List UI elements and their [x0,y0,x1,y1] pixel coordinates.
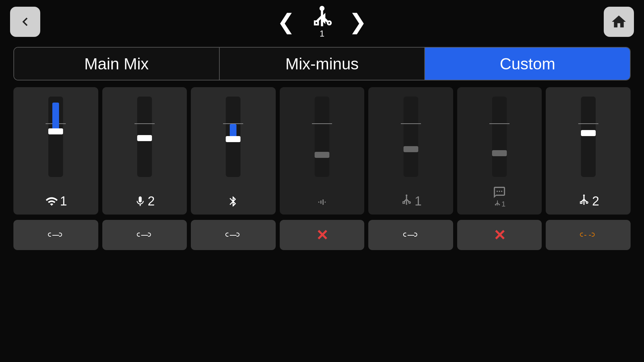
ch6-fader-handle[interactable] [492,150,507,156]
ch3-fader-fill [230,124,236,137]
ch6-link-button[interactable]: ✕ [457,220,542,250]
ch4-label [314,196,330,208]
ch3-fader-track[interactable] [226,97,240,177]
ch2-number: 2 [148,194,155,208]
svg-point-4 [328,21,331,24]
header-center: ❮ 1 ❯ [277,5,367,39]
svg-point-10 [409,201,411,203]
home-button[interactable] [604,7,634,37]
ch1-number: 1 [60,194,67,208]
svg-point-14 [501,191,502,192]
ch3-fader-handle[interactable] [226,136,240,142]
ch1-fader-fill [52,103,59,129]
ch7-link-broken-icon [580,230,597,240]
ch1-link-button[interactable] [13,220,98,250]
ch1-link-icon [48,230,64,240]
usb-sub-icon [493,200,501,208]
wifi-icon [45,195,59,208]
svg-point-19 [499,204,499,205]
ch3-fader-panel [191,93,276,193]
channel-6: 1 [457,87,542,215]
svg-rect-23 [580,201,582,203]
ch2-fader-handle[interactable] [137,135,152,141]
usb-indicator: 1 [309,5,335,39]
usb-number: 1 [320,28,324,39]
ch5-center-marker [401,123,421,124]
ch4-unlink-icon: ✕ [316,227,328,244]
svg-point-11 [406,194,408,196]
ch2-fader-panel [102,93,187,193]
ch7-fader-panel [546,93,631,193]
back-icon [17,13,34,30]
channel-5: 1 [368,87,453,215]
ch4-fader-track[interactable] [315,97,329,177]
usb2-icon [577,194,591,208]
ch7-number: 2 [592,194,599,208]
usb-icon [309,5,335,32]
mixer-channels: 1 2 [13,87,631,215]
ch1-label: 1 [45,194,67,208]
prev-arrow-button[interactable]: ❮ [277,11,295,33]
mic-icon [134,195,146,208]
ch3-link-icon [225,230,241,240]
channel-4 [280,87,365,215]
ch5-link-icon [403,230,419,240]
ch5-label: 1 [400,194,422,208]
svg-rect-3 [315,21,318,24]
ch2-fader-track[interactable] [137,97,152,177]
tab-main-mix[interactable]: Main Mix [14,48,220,80]
header: ❮ 1 ❯ [0,0,644,44]
ch7-center-marker [578,123,598,124]
soundwave-icon [314,196,330,208]
svg-point-13 [499,191,500,192]
ch3-label [227,194,239,208]
bluetooth-icon [227,194,239,208]
ch4-fader-panel [280,93,365,194]
ch1-fader-panel [13,93,98,193]
tab-mix-minus[interactable]: Mix-minus [220,48,425,80]
ch4-fader-handle[interactable] [315,152,329,158]
tab-bar: Main Mix Mix-minus Custom [13,47,631,80]
svg-point-12 [497,191,498,192]
ch2-link-icon [137,230,153,240]
tab-custom[interactable]: Custom [425,48,630,80]
channel-7: 2 [546,87,631,215]
ch7-link-button[interactable] [546,220,631,250]
ch3-link-button[interactable] [191,220,276,250]
channel-1: 1 [13,87,98,215]
svg-rect-18 [495,204,496,205]
svg-rect-9 [403,201,405,203]
ch6-unlink-icon: ✕ [493,227,506,244]
ch6-center-marker [489,123,509,124]
ch6-fader-panel [457,93,542,184]
ch5-number: 1 [415,194,422,208]
ch2-link-button[interactable] [102,220,187,250]
ch7-fader-track[interactable] [581,97,596,177]
ch2-label: 2 [134,194,155,208]
ch7-fader-handle[interactable] [581,130,596,136]
usb1-icon [400,194,413,208]
ch5-fader-handle[interactable] [404,146,418,152]
back-button[interactable] [10,7,40,37]
ch5-fader-panel [368,93,453,193]
ch4-center-marker [312,123,332,124]
home-icon [610,13,627,30]
ch5-fader-track[interactable] [404,97,418,177]
ch1-fader-track[interactable] [48,97,63,177]
ch4-link-button[interactable]: ✕ [280,220,365,250]
ch6-number: 1 [501,200,505,208]
channel-2: 2 [102,87,187,215]
svg-point-24 [586,201,588,203]
ch5-link-button[interactable] [368,220,453,250]
svg-point-5 [320,7,324,10]
ch2-center-marker [135,123,155,124]
ch1-fader-handle[interactable] [48,128,63,134]
ch7-label: 2 [577,194,599,208]
ch6-label: 1 [492,186,507,208]
svg-point-25 [583,194,585,196]
next-arrow-button[interactable]: ❯ [349,11,367,33]
channel-3 [191,87,276,215]
chat-icon [492,186,507,199]
ch6-fader-track[interactable] [492,97,507,177]
link-row: ✕ ✕ [13,220,631,250]
